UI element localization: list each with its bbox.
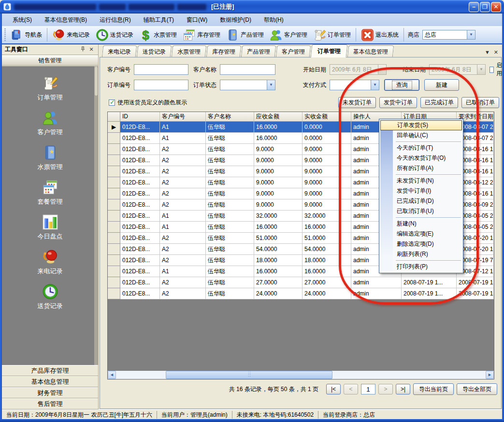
grid-row-header-13[interactable]	[108, 266, 120, 277]
toolbar-button-5[interactable]: 库存管理	[180, 27, 223, 42]
toolbar-button-4[interactable]: $水票管理	[136, 27, 180, 42]
grid-row-header-2[interactable]	[108, 144, 120, 155]
grid-cell-r1-c0[interactable]: 012D-E8...	[120, 133, 160, 144]
scrollbar-track[interactable]	[116, 371, 486, 379]
grid-cell-r8-c1[interactable]: A1	[160, 211, 206, 222]
grid-cell-r15-c5[interactable]: admin	[351, 288, 402, 299]
grid-cell-r2-c2[interactable]: 伍华聪	[206, 144, 254, 155]
next-page-button[interactable]: >	[378, 384, 393, 394]
sidebar-section-1[interactable]: 基本信息管理	[2, 376, 98, 387]
grid-cell-r4-c0[interactable]: 012D-E8...	[120, 166, 160, 177]
menubar-item-4[interactable]: 窗口(W)	[181, 14, 213, 26]
tool-window-close-icon[interactable]: ✕	[87, 46, 95, 53]
sidebar-item-1[interactable]: 客户管理	[21, 110, 79, 137]
sidebar-section-sales[interactable]: 销售管理	[2, 55, 98, 66]
grid-cell-r12-c2[interactable]: 伍华聪	[206, 255, 254, 266]
toolbar-grip[interactable]	[4, 28, 6, 41]
status-filter-button-3[interactable]: 已取消订单	[461, 97, 499, 108]
grid-cell-r15-c7[interactable]: 2008-07-19 1...	[457, 288, 494, 299]
grid-cell-r13-c1[interactable]: A1	[160, 266, 206, 277]
context-menu-item-7[interactable]: 未发货订单(N)	[380, 176, 462, 186]
grid-cell-r15-c4[interactable]: 24.0000	[302, 288, 351, 299]
grid-cell-r4-c1[interactable]: A2	[160, 166, 206, 177]
grid-row-header-14[interactable]	[108, 277, 120, 288]
menubar-item-2[interactable]: 运行信息(R)	[94, 14, 137, 26]
sidebar-section-0[interactable]: 产品库存管理	[2, 365, 98, 376]
grid-cell-r7-c3[interactable]: 9.0000	[254, 199, 302, 211]
grid-cell-r15-c0[interactable]: 012D-E8...	[120, 288, 160, 299]
customer-no-input[interactable]	[134, 64, 188, 75]
shop-select[interactable]: 总店▼	[422, 30, 475, 40]
grid-column-header-3[interactable]: 应收金额	[254, 112, 302, 122]
grid-cell-r2-c0[interactable]: 012D-E8...	[120, 144, 160, 155]
grid-cell-r11-c1[interactable]: A2	[160, 244, 206, 255]
checkbox-box[interactable]	[109, 99, 115, 106]
grid-cell-r6-c4[interactable]: 9.0000	[302, 188, 351, 199]
grid-row-header-3[interactable]	[108, 155, 120, 166]
grid-cell-r7-c2[interactable]: 伍华聪	[206, 199, 254, 211]
grid-cell-r5-c0[interactable]: 012D-E8...	[120, 177, 160, 188]
grid-cell-r5-c4[interactable]: 9.0000	[302, 177, 351, 188]
grid-cell-r8-c3[interactable]: 32.0000	[254, 211, 302, 222]
grid-cell-r7-c4[interactable]: 9.0000	[302, 199, 351, 211]
toolbar-button-6[interactable]: 产品管理	[223, 27, 267, 42]
grid-row-header-6[interactable]	[108, 188, 120, 199]
grid-cell-r0-c4[interactable]: 0.0000	[302, 122, 351, 133]
grid-cell-r7-c1[interactable]: A2	[160, 199, 206, 211]
export-current-page-button[interactable]: 导出当前页	[413, 383, 454, 395]
sidebar-item-0[interactable]: 订单管理	[21, 75, 79, 102]
menubar-item-5[interactable]: 数据维护(D)	[214, 14, 257, 26]
context-menu-item-0[interactable]: 订单发货(S)	[380, 120, 462, 130]
status-filter-button-1[interactable]: 发货中订单	[379, 97, 417, 108]
grid-column-header-4[interactable]: 实收金额	[302, 112, 351, 122]
grid-cell-r4-c3[interactable]: 9.0000	[254, 166, 302, 177]
grid-cell-r12-c4[interactable]: 18.0000	[302, 255, 351, 266]
context-menu-item-17[interactable]: 打印列表(P)	[380, 262, 462, 272]
grid-cell-r8-c0[interactable]: 012D-E8...	[120, 211, 160, 222]
grid-cell-r1-c3[interactable]: 16.0000	[254, 133, 302, 144]
grid-cell-r14-c1[interactable]: A2	[160, 277, 206, 288]
tab-5[interactable]: 客户管理	[276, 45, 311, 57]
pin-icon[interactable]	[80, 46, 87, 53]
grid-cell-r11-c4[interactable]: 54.0000	[302, 244, 351, 255]
sidebar-scrollbar[interactable]	[94, 66, 98, 365]
context-menu-item-5[interactable]: 所有的订单(A)	[380, 163, 462, 173]
scrollbar-thumb[interactable]	[166, 371, 332, 379]
grid-cell-r13-c4[interactable]: 16.0000	[302, 266, 351, 277]
grid-cell-r6-c3[interactable]: 9.0000	[254, 188, 302, 199]
grid-cell-r2-c3[interactable]: 9.0000	[254, 144, 302, 155]
grid-cell-r0-c2[interactable]: 伍华聪	[206, 122, 254, 133]
menubar-item-6[interactable]: 帮助(H)	[258, 14, 289, 26]
context-menu-item-8[interactable]: 发货中订单(I)	[380, 186, 462, 196]
query-button[interactable]: 查询	[384, 79, 419, 91]
sidebar-item-5[interactable]: 来电记录	[21, 249, 79, 276]
grid-row-header-0[interactable]: ▶	[108, 122, 120, 133]
export-all-pages-button[interactable]: 导出全部页	[457, 383, 497, 395]
grid-row-header-9[interactable]	[108, 222, 120, 233]
grid-cell-r3-c3[interactable]: 9.0000	[254, 155, 302, 166]
grid-cell-r6-c0[interactable]: 012D-E8...	[120, 188, 160, 199]
grid-cell-r14-c4[interactable]: 27.0000	[302, 277, 351, 288]
sidebar-item-6[interactable]: 送货记录	[21, 283, 79, 310]
tab-close-icon[interactable]: ✕	[494, 49, 498, 56]
grid-cell-r5-c1[interactable]: A2	[160, 177, 206, 188]
grid-cell-r10-c3[interactable]: 51.0000	[254, 233, 302, 244]
grid-cell-r14-c2[interactable]: 伍华聪	[206, 277, 254, 288]
grid-cell-r10-c0[interactable]: 012D-E8...	[120, 233, 160, 244]
grid-cell-r1-c4[interactable]: 0.0000	[302, 133, 351, 144]
toolbar-button-8[interactable]: 订单管理	[310, 27, 354, 42]
tab-1[interactable]: 送货记录	[137, 45, 172, 57]
tab-2[interactable]: 水票管理	[172, 45, 207, 57]
grid-cell-r9-c0[interactable]: 012D-E8...	[120, 222, 160, 233]
tab-3[interactable]: 库存管理	[206, 45, 242, 57]
grid-cell-r4-c4[interactable]: 9.0000	[302, 166, 351, 177]
grid-cell-r8-c4[interactable]: 32.0000	[302, 211, 351, 222]
grid-cell-r1-c1[interactable]: A1	[160, 133, 206, 144]
grid-row-header-11[interactable]	[108, 244, 120, 255]
tab-7[interactable]: 基本信息管理	[347, 45, 394, 57]
grid-column-header-1[interactable]: 客户编号	[160, 112, 206, 122]
grid-cell-r13-c3[interactable]: 16.0000	[254, 266, 302, 277]
grid-cell-r14-c7[interactable]: 2008-07-19 1...	[457, 277, 494, 288]
context-menu-item-1[interactable]: 回单确认(C)	[380, 130, 462, 141]
grid-cell-r15-c1[interactable]: A2	[160, 288, 206, 299]
